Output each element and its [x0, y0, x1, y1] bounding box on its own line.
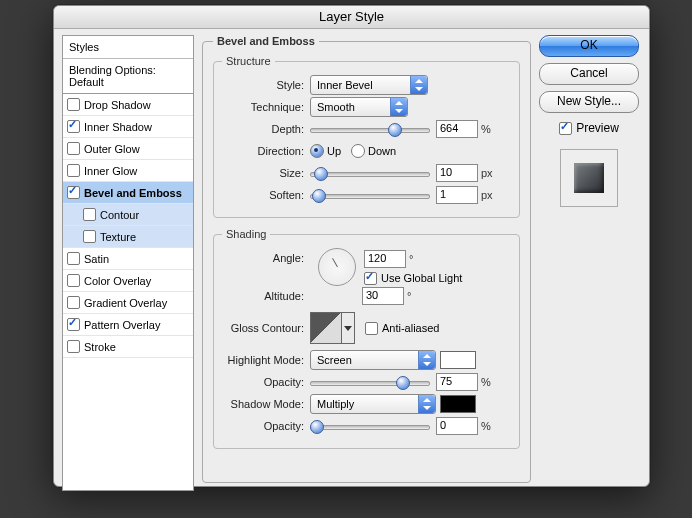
global-light-checkbox[interactable] [364, 272, 377, 285]
highlight-opacity-input[interactable]: 75 [436, 373, 478, 391]
layer-style-dialog: Layer Style Styles Blending Options: Def… [53, 5, 650, 487]
radio-label: Down [368, 145, 396, 157]
shadow-opacity-input[interactable]: 0 [436, 417, 478, 435]
technique-label: Technique: [222, 101, 310, 113]
sidebar-header-blending[interactable]: Blending Options: Default [63, 59, 193, 94]
soften-slider[interactable] [310, 188, 430, 202]
sidebar-item-label: Texture [100, 231, 136, 243]
new-style-button[interactable]: New Style... [539, 91, 639, 113]
sidebar-item-label: Contour [100, 209, 139, 221]
checkbox-icon[interactable] [67, 142, 80, 155]
unit-label: px [481, 167, 493, 179]
checkbox-icon[interactable] [67, 318, 80, 331]
chevron-updown-icon [410, 76, 427, 94]
size-slider[interactable] [310, 166, 430, 180]
depth-label: Depth: [222, 123, 310, 135]
angle-wheel[interactable] [318, 248, 356, 286]
unit-label: % [481, 123, 491, 135]
chevron-updown-icon [390, 98, 407, 116]
sidebar-item-inner-glow[interactable]: Inner Glow [63, 160, 193, 182]
gloss-contour-label: Gloss Contour: [222, 322, 310, 334]
sidebar-item-label: Stroke [84, 341, 116, 353]
panel-title: Bevel and Emboss [213, 35, 319, 47]
bevel-emboss-group: Bevel and Emboss Structure Style: Inner … [202, 35, 531, 483]
gloss-contour-swatch[interactable] [310, 312, 342, 344]
unit-label: % [481, 420, 491, 432]
anti-aliased-checkbox[interactable] [365, 322, 378, 335]
highlight-color-swatch[interactable] [440, 351, 476, 369]
ok-button[interactable]: OK [539, 35, 639, 57]
sidebar-item-gradient-overlay[interactable]: Gradient Overlay [63, 292, 193, 314]
sidebar-item-pattern-overlay[interactable]: Pattern Overlay [63, 314, 193, 336]
altitude-input[interactable]: 30 [362, 287, 404, 305]
preview-thumbnail [560, 149, 618, 207]
checkbox-icon[interactable] [67, 296, 80, 309]
checkbox-icon[interactable] [67, 274, 80, 287]
size-label: Size: [222, 167, 310, 179]
sidebar-item-bevel-emboss[interactable]: Bevel and Emboss [63, 182, 193, 204]
sidebar-item-texture[interactable]: Texture [63, 226, 193, 248]
style-dropdown[interactable]: Inner Bevel [310, 75, 428, 95]
checkbox-icon[interactable] [67, 186, 80, 199]
soften-input[interactable]: 1 [436, 186, 478, 204]
checkbox-icon[interactable] [83, 230, 96, 243]
radio-label: Up [327, 145, 341, 157]
chevron-updown-icon [418, 351, 435, 369]
checkbox-icon[interactable] [83, 208, 96, 221]
sidebar-item-outer-glow[interactable]: Outer Glow [63, 138, 193, 160]
soften-label: Soften: [222, 189, 310, 201]
dropdown-value: Inner Bevel [317, 79, 373, 91]
checkbox-icon[interactable] [67, 340, 80, 353]
sidebar-item-label: Inner Shadow [84, 121, 152, 133]
checkbox-icon[interactable] [67, 98, 80, 111]
direction-up-radio[interactable] [310, 144, 324, 158]
shading-legend: Shading [222, 228, 270, 240]
shadow-opacity-label: Opacity: [222, 420, 310, 432]
shadow-color-swatch[interactable] [440, 395, 476, 413]
sidebar-item-label: Drop Shadow [84, 99, 151, 111]
sidebar-item-drop-shadow[interactable]: Drop Shadow [63, 94, 193, 116]
unit-label: ° [409, 253, 413, 265]
size-input[interactable]: 10 [436, 164, 478, 182]
highlight-opacity-slider[interactable] [310, 375, 430, 389]
gloss-contour-dropdown[interactable] [342, 312, 355, 344]
shadow-opacity-slider[interactable] [310, 419, 430, 433]
highlight-mode-label: Highlight Mode: [222, 354, 310, 366]
highlight-opacity-label: Opacity: [222, 376, 310, 388]
shadow-mode-dropdown[interactable]: Multiply [310, 394, 436, 414]
checkbox-icon[interactable] [67, 120, 80, 133]
unit-label: ° [407, 290, 411, 302]
depth-slider[interactable] [310, 122, 430, 136]
checkbox-icon[interactable] [67, 164, 80, 177]
dropdown-value: Screen [317, 354, 352, 366]
technique-dropdown[interactable]: Smooth [310, 97, 408, 117]
direction-down-radio[interactable] [351, 144, 365, 158]
sidebar-item-stroke[interactable]: Stroke [63, 336, 193, 358]
preview-checkbox[interactable] [559, 122, 572, 135]
sidebar-item-label: Outer Glow [84, 143, 140, 155]
sidebar-item-label: Bevel and Emboss [84, 187, 182, 199]
angle-label: Angle: [222, 248, 310, 264]
highlight-mode-dropdown[interactable]: Screen [310, 350, 436, 370]
chevron-updown-icon [418, 395, 435, 413]
anti-aliased-label: Anti-aliased [382, 322, 439, 334]
preview-thumbnail-inner [574, 163, 604, 193]
direction-label: Direction: [222, 145, 310, 157]
cancel-button[interactable]: Cancel [539, 63, 639, 85]
sidebar-item-label: Gradient Overlay [84, 297, 167, 309]
shading-group: Shading Angle: 120 ° Use Global Light [213, 228, 520, 449]
sidebar-item-label: Color Overlay [84, 275, 151, 287]
global-light-label: Use Global Light [381, 272, 462, 284]
unit-label: % [481, 376, 491, 388]
sidebar-header-styles[interactable]: Styles [63, 36, 193, 59]
sidebar-item-inner-shadow[interactable]: Inner Shadow [63, 116, 193, 138]
sidebar-item-label: Satin [84, 253, 109, 265]
checkbox-icon[interactable] [67, 252, 80, 265]
depth-input[interactable]: 664 [436, 120, 478, 138]
angle-input[interactable]: 120 [364, 250, 406, 268]
sidebar-item-contour[interactable]: Contour [63, 204, 193, 226]
sidebar-item-satin[interactable]: Satin [63, 248, 193, 270]
sidebar-item-color-overlay[interactable]: Color Overlay [63, 270, 193, 292]
unit-label: px [481, 189, 493, 201]
altitude-label: Altitude: [222, 290, 310, 302]
